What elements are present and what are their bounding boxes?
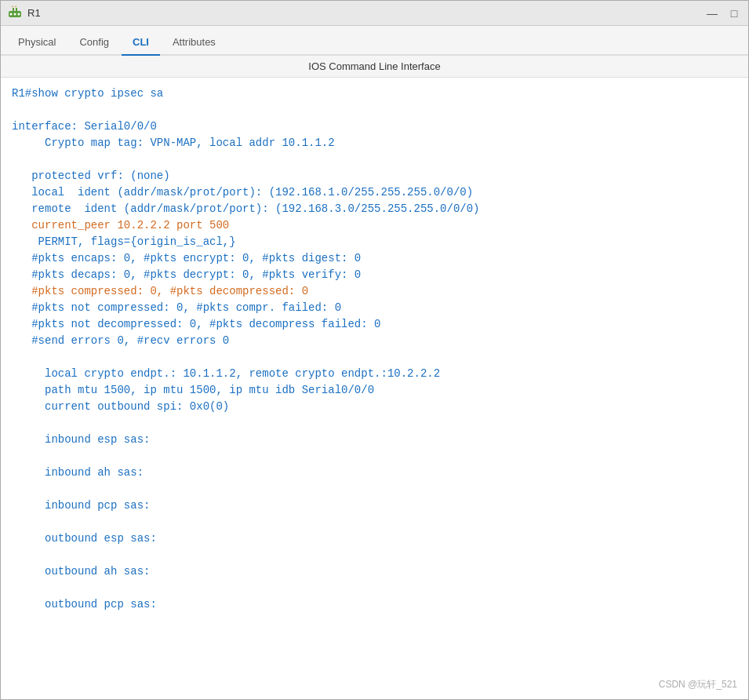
terminal-line: outbound pcp sas: (12, 596, 737, 613)
svg-rect-5 (16, 8, 17, 11)
terminal-empty-line (12, 481, 737, 498)
terminal-empty-line (12, 547, 737, 563)
terminal-line: current_peer 10.2.2.2 port 500 (12, 217, 737, 234)
terminal-empty-line (12, 102, 737, 118)
terminal-line: #pkts not compressed: 0, #pkts compr. fa… (12, 300, 737, 316)
title-bar: R1 — □ (1, 1, 748, 26)
terminal-line: #pkts decaps: 0, #pkts decrypt: 0, #pkts… (12, 267, 737, 283)
terminal-line: #pkts encaps: 0, #pkts encrypt: 0, #pkts… (12, 250, 737, 267)
title-bar-left: R1 (7, 5, 41, 21)
tab-config[interactable]: Config (68, 31, 120, 56)
tab-bar: Physical Config CLI Attributes (1, 26, 748, 56)
tab-attributes[interactable]: Attributes (162, 31, 227, 56)
terminal-line: Crypto map tag: VPN-MAP, local addr 10.1… (12, 135, 737, 151)
terminal-line: protected vrf: (none) (12, 168, 737, 184)
terminal-empty-line (12, 415, 737, 432)
terminal-line: current outbound spi: 0x0(0) (12, 399, 737, 415)
cli-header: IOS Command Line Interface (1, 56, 748, 78)
terminal-empty-line (12, 580, 737, 596)
svg-marker-6 (12, 5, 13, 7)
terminal-line: R1#show crypto ipsec sa (12, 86, 737, 102)
terminal-line: inbound esp sas: (12, 432, 737, 448)
maximize-button[interactable]: □ (726, 5, 742, 21)
svg-rect-4 (13, 8, 14, 11)
terminal-line: outbound esp sas: (12, 530, 737, 547)
terminal-empty-line (12, 448, 737, 465)
terminal-empty-line (12, 151, 737, 168)
terminal-line: PERMIT, flags={origin_is_acl,} (12, 234, 737, 250)
window-title: R1 (27, 7, 41, 19)
terminal-line: #pkts compressed: 0, #pkts decompressed:… (12, 283, 737, 300)
terminal-output[interactable]: R1#show crypto ipsec sainterface: Serial… (1, 78, 748, 699)
minimize-button[interactable]: — (704, 5, 720, 21)
main-window: R1 — □ Physical Config CLI Attributes IO… (0, 0, 749, 700)
tab-cli[interactable]: CLI (122, 31, 160, 56)
terminal-empty-line (12, 349, 737, 366)
terminal-empty-line (12, 514, 737, 530)
terminal-line: outbound ah sas: (12, 563, 737, 580)
terminal-line: local crypto endpt.: 10.1.1.2, remote cr… (12, 366, 737, 382)
title-bar-controls: — □ (704, 5, 742, 21)
terminal-line: interface: Serial0/0/0 (12, 118, 737, 135)
watermark: CSDN @玩轩_521 (659, 677, 737, 691)
svg-marker-7 (15, 5, 16, 7)
terminal-line: inbound ah sas: (12, 465, 737, 481)
terminal-line: path mtu 1500, ip mtu 1500, ip mtu idb S… (12, 382, 737, 399)
terminal-line: #pkts not decompressed: 0, #pkts decompr… (12, 316, 737, 333)
terminal-line: inbound pcp sas: (12, 498, 737, 514)
terminal-line: local ident (addr/mask/prot/port): (192.… (12, 184, 737, 201)
svg-point-3 (18, 13, 20, 15)
router-icon (7, 5, 23, 21)
terminal-line: remote ident (addr/mask/prot/port): (192… (12, 201, 737, 217)
tab-physical[interactable]: Physical (7, 31, 67, 56)
svg-point-2 (14, 13, 16, 15)
svg-point-1 (10, 13, 13, 15)
terminal-line: #send errors 0, #recv errors 0 (12, 333, 737, 349)
